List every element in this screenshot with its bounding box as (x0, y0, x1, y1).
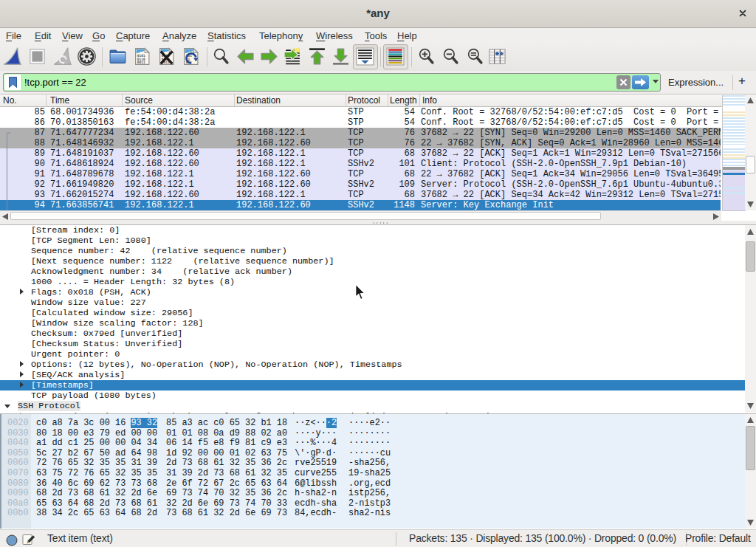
svg-text:0011: 0011 (137, 61, 145, 64)
